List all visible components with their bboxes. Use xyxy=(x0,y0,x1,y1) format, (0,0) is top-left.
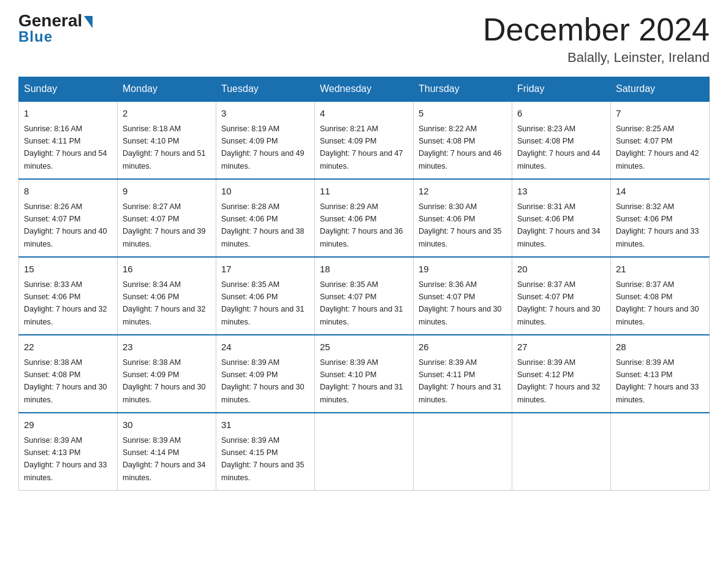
day-info: Sunrise: 8:39 AMSunset: 4:09 PMDaylight:… xyxy=(221,358,305,404)
weekday-header-row: SundayMondayTuesdayWednesdayThursdayFrid… xyxy=(19,77,710,102)
weekday-header-friday: Friday xyxy=(512,77,611,102)
day-number: 22 xyxy=(24,340,112,354)
page-header: General Blue December 2024 Balally, Lein… xyxy=(18,12,710,66)
empty-cell xyxy=(512,413,611,491)
day-info: Sunrise: 8:19 AMSunset: 4:09 PMDaylight:… xyxy=(221,124,305,170)
day-cell-14: 14Sunrise: 8:32 AMSunset: 4:06 PMDayligh… xyxy=(611,179,710,257)
day-cell-21: 21Sunrise: 8:37 AMSunset: 4:08 PMDayligh… xyxy=(611,257,710,335)
day-number: 26 xyxy=(419,340,507,354)
day-cell-5: 5Sunrise: 8:22 AMSunset: 4:08 PMDaylight… xyxy=(414,101,512,179)
logo-main-text: General xyxy=(18,12,93,29)
day-cell-16: 16Sunrise: 8:34 AMSunset: 4:06 PMDayligh… xyxy=(118,257,216,335)
day-cell-29: 29Sunrise: 8:39 AMSunset: 4:13 PMDayligh… xyxy=(19,413,118,491)
day-cell-7: 7Sunrise: 8:25 AMSunset: 4:07 PMDaylight… xyxy=(611,101,710,179)
day-number: 13 xyxy=(517,185,605,199)
location-title: Balally, Leinster, Ireland xyxy=(483,50,710,66)
week-row-1: 1Sunrise: 8:16 AMSunset: 4:11 PMDaylight… xyxy=(19,101,710,179)
day-number: 17 xyxy=(221,262,309,277)
calendar-title-section: December 2024 Balally, Leinster, Ireland xyxy=(483,12,710,66)
day-number: 23 xyxy=(123,340,211,354)
day-number: 31 xyxy=(221,418,309,432)
day-cell-28: 28Sunrise: 8:39 AMSunset: 4:13 PMDayligh… xyxy=(611,335,710,413)
day-info: Sunrise: 8:39 AMSunset: 4:15 PMDaylight:… xyxy=(221,436,305,482)
day-number: 5 xyxy=(419,107,507,121)
day-cell-19: 19Sunrise: 8:36 AMSunset: 4:07 PMDayligh… xyxy=(414,257,512,335)
day-number: 15 xyxy=(24,262,112,277)
day-cell-20: 20Sunrise: 8:37 AMSunset: 4:07 PMDayligh… xyxy=(512,257,611,335)
day-info: Sunrise: 8:28 AMSunset: 4:06 PMDaylight:… xyxy=(221,202,305,248)
day-info: Sunrise: 8:39 AMSunset: 4:14 PMDaylight:… xyxy=(123,436,206,482)
day-number: 30 xyxy=(123,418,211,432)
day-info: Sunrise: 8:22 AMSunset: 4:08 PMDaylight:… xyxy=(419,124,502,170)
day-cell-6: 6Sunrise: 8:23 AMSunset: 4:08 PMDaylight… xyxy=(512,101,611,179)
day-cell-26: 26Sunrise: 8:39 AMSunset: 4:11 PMDayligh… xyxy=(414,335,512,413)
day-info: Sunrise: 8:26 AMSunset: 4:07 PMDaylight:… xyxy=(24,202,107,248)
day-number: 2 xyxy=(123,107,211,121)
calendar-table: SundayMondayTuesdayWednesdayThursdayFrid… xyxy=(18,77,710,491)
day-number: 18 xyxy=(320,262,408,277)
day-info: Sunrise: 8:29 AMSunset: 4:06 PMDaylight:… xyxy=(320,202,403,248)
day-info: Sunrise: 8:32 AMSunset: 4:06 PMDaylight:… xyxy=(616,202,699,248)
day-number: 8 xyxy=(24,185,112,199)
day-info: Sunrise: 8:36 AMSunset: 4:07 PMDaylight:… xyxy=(419,280,502,326)
day-info: Sunrise: 8:39 AMSunset: 4:13 PMDaylight:… xyxy=(616,358,699,404)
day-cell-10: 10Sunrise: 8:28 AMSunset: 4:06 PMDayligh… xyxy=(216,179,315,257)
day-info: Sunrise: 8:33 AMSunset: 4:06 PMDaylight:… xyxy=(24,280,107,326)
day-number: 10 xyxy=(221,185,309,199)
day-number: 25 xyxy=(320,340,408,354)
empty-cell xyxy=(414,413,512,491)
day-number: 19 xyxy=(419,262,507,277)
day-number: 16 xyxy=(123,262,211,277)
day-cell-12: 12Sunrise: 8:30 AMSunset: 4:06 PMDayligh… xyxy=(414,179,512,257)
weekday-header-monday: Monday xyxy=(118,77,216,102)
weekday-header-tuesday: Tuesday xyxy=(216,77,315,102)
day-info: Sunrise: 8:37 AMSunset: 4:07 PMDaylight:… xyxy=(517,280,601,326)
day-info: Sunrise: 8:39 AMSunset: 4:10 PMDaylight:… xyxy=(320,358,403,404)
day-info: Sunrise: 8:21 AMSunset: 4:09 PMDaylight:… xyxy=(320,124,403,170)
day-number: 6 xyxy=(517,107,605,121)
day-cell-3: 3Sunrise: 8:19 AMSunset: 4:09 PMDaylight… xyxy=(216,101,315,179)
day-info: Sunrise: 8:37 AMSunset: 4:08 PMDaylight:… xyxy=(616,280,699,326)
day-cell-30: 30Sunrise: 8:39 AMSunset: 4:14 PMDayligh… xyxy=(118,413,216,491)
day-cell-17: 17Sunrise: 8:35 AMSunset: 4:06 PMDayligh… xyxy=(216,257,315,335)
day-info: Sunrise: 8:39 AMSunset: 4:13 PMDaylight:… xyxy=(24,436,107,482)
day-number: 14 xyxy=(616,185,704,199)
day-number: 27 xyxy=(517,340,605,354)
empty-cell xyxy=(611,413,710,491)
day-info: Sunrise: 8:31 AMSunset: 4:06 PMDaylight:… xyxy=(517,202,601,248)
day-cell-2: 2Sunrise: 8:18 AMSunset: 4:10 PMDaylight… xyxy=(118,101,216,179)
day-number: 12 xyxy=(419,185,507,199)
day-number: 29 xyxy=(24,418,112,432)
logo-sub-text: Blue xyxy=(18,28,53,45)
day-cell-4: 4Sunrise: 8:21 AMSunset: 4:09 PMDaylight… xyxy=(315,101,414,179)
day-cell-27: 27Sunrise: 8:39 AMSunset: 4:12 PMDayligh… xyxy=(512,335,611,413)
day-info: Sunrise: 8:23 AMSunset: 4:08 PMDaylight:… xyxy=(517,124,601,170)
day-number: 28 xyxy=(616,340,704,354)
day-info: Sunrise: 8:35 AMSunset: 4:07 PMDaylight:… xyxy=(320,280,403,326)
day-cell-31: 31Sunrise: 8:39 AMSunset: 4:15 PMDayligh… xyxy=(216,413,315,491)
day-cell-1: 1Sunrise: 8:16 AMSunset: 4:11 PMDaylight… xyxy=(19,101,118,179)
day-cell-25: 25Sunrise: 8:39 AMSunset: 4:10 PMDayligh… xyxy=(315,335,414,413)
day-number: 3 xyxy=(221,107,309,121)
day-cell-23: 23Sunrise: 8:38 AMSunset: 4:09 PMDayligh… xyxy=(118,335,216,413)
week-row-3: 15Sunrise: 8:33 AMSunset: 4:06 PMDayligh… xyxy=(19,257,710,335)
day-cell-8: 8Sunrise: 8:26 AMSunset: 4:07 PMDaylight… xyxy=(19,179,118,257)
day-number: 20 xyxy=(517,262,605,277)
day-number: 9 xyxy=(123,185,211,199)
day-number: 11 xyxy=(320,185,408,199)
day-info: Sunrise: 8:27 AMSunset: 4:07 PMDaylight:… xyxy=(123,202,206,248)
day-info: Sunrise: 8:30 AMSunset: 4:06 PMDaylight:… xyxy=(419,202,502,248)
day-info: Sunrise: 8:34 AMSunset: 4:06 PMDaylight:… xyxy=(123,280,206,326)
day-number: 7 xyxy=(616,107,704,121)
day-cell-15: 15Sunrise: 8:33 AMSunset: 4:06 PMDayligh… xyxy=(19,257,118,335)
day-info: Sunrise: 8:25 AMSunset: 4:07 PMDaylight:… xyxy=(616,124,699,170)
day-info: Sunrise: 8:39 AMSunset: 4:11 PMDaylight:… xyxy=(419,358,502,404)
day-info: Sunrise: 8:38 AMSunset: 4:09 PMDaylight:… xyxy=(123,358,206,404)
day-cell-22: 22Sunrise: 8:38 AMSunset: 4:08 PMDayligh… xyxy=(19,335,118,413)
day-cell-24: 24Sunrise: 8:39 AMSunset: 4:09 PMDayligh… xyxy=(216,335,315,413)
week-row-2: 8Sunrise: 8:26 AMSunset: 4:07 PMDaylight… xyxy=(19,179,710,257)
day-info: Sunrise: 8:35 AMSunset: 4:06 PMDaylight:… xyxy=(221,280,305,326)
week-row-4: 22Sunrise: 8:38 AMSunset: 4:08 PMDayligh… xyxy=(19,335,710,413)
empty-cell xyxy=(315,413,414,491)
weekday-header-saturday: Saturday xyxy=(611,77,710,102)
